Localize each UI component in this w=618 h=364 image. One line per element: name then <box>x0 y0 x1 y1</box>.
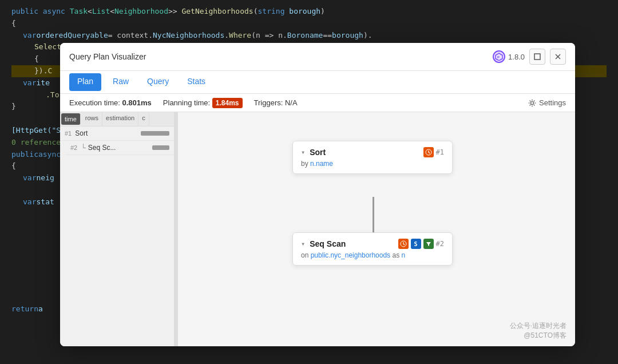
planning-label: Planning time: 1.84ms <box>163 98 243 107</box>
column-headers: time rows estimation c <box>60 112 174 126</box>
sort-chevron-icon: ▾ <box>301 148 305 156</box>
seqscan-bar <box>152 145 169 150</box>
seqscan-time-badge <box>398 239 409 249</box>
version-badge: P 1.8.0 <box>493 50 525 63</box>
tab-raw[interactable]: Raw <box>104 71 138 93</box>
maximize-button[interactable] <box>529 49 545 65</box>
col-estimation[interactable]: estimation <box>102 112 138 126</box>
modal-controls: P 1.8.0 <box>493 49 566 65</box>
close-button[interactable] <box>550 49 566 65</box>
sort-node-detail: by n.name <box>301 160 444 168</box>
left-panel: time rows estimation c #1 Sort #2 └ Seq … <box>60 112 175 346</box>
watermark: 公众号·追逐时光者@51CTO博客 <box>510 321 566 341</box>
sort-node-header: ▾ Sort #1 <box>301 147 444 157</box>
col-rows[interactable]: rows <box>82 112 102 126</box>
tab-plan[interactable]: Plan <box>69 73 101 91</box>
sort-badges: #1 <box>423 147 444 157</box>
sort-bar <box>141 131 169 136</box>
row-label-sort: Sort <box>75 129 88 137</box>
seqscan-node-name: Seq Scan <box>310 239 346 248</box>
seqscan-node[interactable]: ▾ Seq Scan S <box>292 232 453 266</box>
settings-button[interactable]: Settings <box>528 98 566 107</box>
settings-label: Settings <box>539 98 566 107</box>
svg-rect-2 <box>534 54 540 60</box>
version-icon: P <box>493 50 505 63</box>
modal-title: Query Plan Visualizer <box>69 52 146 61</box>
svg-line-8 <box>429 152 430 153</box>
sort-node-num: #1 <box>436 148 444 156</box>
seqscan-node-detail: on public.nyc_neighborhoods as n <box>301 251 444 259</box>
sort-time-badge <box>423 147 434 157</box>
tree-branch-icon: └ <box>81 144 86 152</box>
tree-row-seqscan[interactable]: #2 └ Seq Sc... <box>66 141 174 155</box>
seqscan-filter-badge <box>423 239 434 249</box>
query-plan-modal: Query Plan Visualizer P 1.8.0 <box>60 43 575 346</box>
triggers-label: Triggers: N/A <box>254 98 298 107</box>
execution-label: Execution time: 0.801ms <box>69 98 152 107</box>
sort-node[interactable]: ▾ Sort #1 by n.name <box>292 141 453 174</box>
col-time[interactable]: time <box>61 113 81 125</box>
seqscan-seq-badge: S <box>411 239 421 249</box>
row-num-2: #2 <box>70 144 77 151</box>
version-number: 1.8.0 <box>508 53 525 61</box>
seqscan-node-num: #2 <box>436 240 444 248</box>
planning-value: 1.84ms <box>212 98 243 108</box>
col-c[interactable]: c <box>138 112 149 126</box>
row-num-1: #1 <box>65 130 72 137</box>
modal-content: time rows estimation c #1 Sort #2 └ Seq … <box>60 112 575 346</box>
stats-bar: Execution time: 0.801ms Planning time: 1… <box>60 94 575 112</box>
tree-row-sort[interactable]: #1 Sort <box>60 126 174 141</box>
modal-tabs: Plan Raw Query Stats <box>60 71 575 94</box>
code-text: public async Task<List<Neighborhood>> Ge… <box>11 6 325 18</box>
svg-text:P: P <box>497 56 500 59</box>
seqscan-node-header: ▾ Seq Scan S <box>301 239 444 249</box>
svg-line-11 <box>403 244 405 245</box>
svg-point-5 <box>531 101 534 104</box>
visualization-panel: ▾ Sort #1 by n.name <box>178 112 575 346</box>
seqscan-chevron-icon: ▾ <box>301 240 305 248</box>
sort-node-name: Sort <box>310 148 326 157</box>
row-label-seqscan: Seq Sc... <box>88 144 116 152</box>
tab-query[interactable]: Query <box>138 71 178 93</box>
tab-stats[interactable]: Stats <box>178 71 215 93</box>
seqscan-badges: S #2 <box>398 239 444 249</box>
modal-header: Query Plan Visualizer P 1.8.0 <box>60 43 575 71</box>
